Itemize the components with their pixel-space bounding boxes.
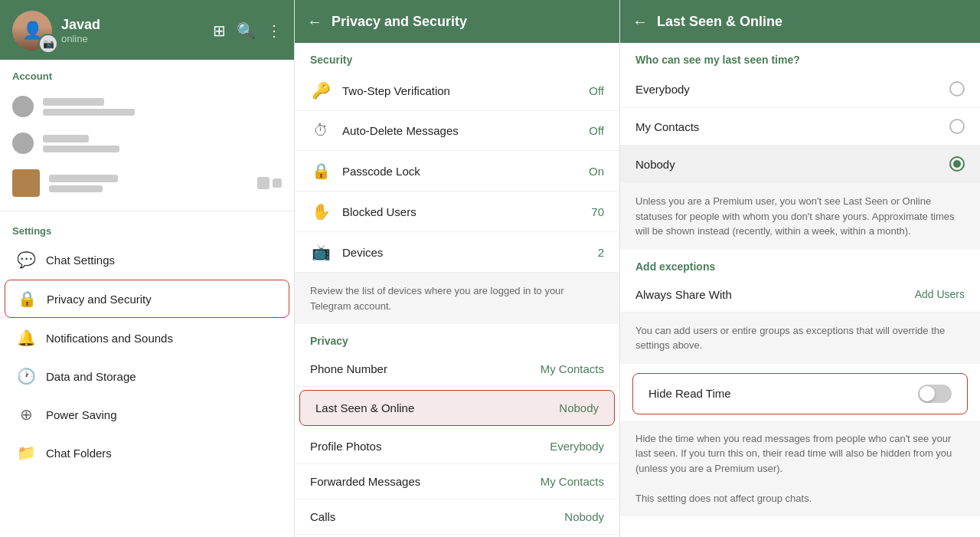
- add-users-button[interactable]: Add Users: [915, 288, 965, 300]
- settings-label: Settings: [0, 214, 294, 240]
- radio-row-my-contacts[interactable]: My Contacts: [620, 108, 980, 146]
- exceptions-label: Add exceptions: [620, 250, 980, 277]
- left-panel: 👤 📷 Javad online ⊞ 🔍 ⋮ Account: [0, 0, 295, 537]
- middle-panel: ← Privacy and Security Security 🔑 Two-St…: [295, 0, 620, 537]
- profile-photos-value: Everybody: [550, 440, 604, 453]
- radio-row-nobody[interactable]: Nobody: [620, 146, 980, 183]
- privacy-row-profile-photos[interactable]: Profile Photos Everybody: [295, 429, 619, 464]
- hide-read-label: Hide Read Time: [648, 387, 918, 400]
- passcode-value: On: [589, 165, 604, 178]
- toggle-knob: [920, 386, 935, 401]
- account-badge-3b: [273, 178, 282, 188]
- devices-icon: 📺: [310, 243, 332, 261]
- account-items: [0, 85, 294, 208]
- account-item-1[interactable]: [0, 88, 294, 125]
- account-text-2b: [43, 146, 119, 152]
- chat-settings-icon: 💬: [17, 250, 35, 269]
- notifications-icon: 🔔: [17, 329, 35, 347]
- sidebar-item-label-notifications: Notifications and Sounds: [46, 332, 173, 345]
- middle-title: Privacy and Security: [332, 14, 467, 30]
- nobody-info: Unless you are a Premium user, you won't…: [620, 183, 980, 250]
- avatar[interactable]: 👤 📷: [12, 11, 52, 51]
- radio-inner-nobody: [953, 160, 961, 168]
- sidebar-item-data-storage[interactable]: 🕐 Data and Storage: [5, 358, 289, 395]
- security-row-devices[interactable]: 📺 Devices 2: [295, 232, 619, 273]
- grid-icon[interactable]: ⊞: [213, 21, 226, 40]
- who-label: Who can see my last seen time?: [620, 43, 980, 70]
- passcode-icon: 🔒: [310, 162, 332, 180]
- blocked-value: 70: [591, 205, 604, 218]
- more-icon[interactable]: ⋮: [266, 21, 282, 40]
- calls-label: Calls: [310, 510, 554, 523]
- header-icons: ⊞ 🔍 ⋮: [213, 21, 282, 40]
- radio-btn-my-contacts[interactable]: [949, 119, 965, 134]
- security-row-blocked[interactable]: ✋ Blocked Users 70: [295, 192, 619, 232]
- blocked-label: Blocked Users: [342, 205, 580, 218]
- passcode-label: Passcode Lock: [342, 165, 578, 178]
- radio-btn-nobody[interactable]: [949, 156, 965, 172]
- account-text-1b: [43, 109, 135, 116]
- two-step-icon: 🔑: [310, 81, 332, 100]
- phone-number-value: My Contacts: [541, 362, 604, 375]
- always-share-label: Always Share With: [635, 288, 915, 301]
- two-step-value: Off: [589, 84, 604, 97]
- sidebar-item-power-saving[interactable]: ⊕ Power Saving: [5, 396, 289, 433]
- left-content: Account: [0, 60, 294, 537]
- privacy-row-phone-number[interactable]: Phone Number My Contacts: [295, 352, 619, 387]
- add-users-info: You can add users or entire groups as ex…: [620, 313, 980, 364]
- privacy-row-forwarded-messages[interactable]: Forwarded Messages My Contacts: [295, 464, 619, 499]
- auto-delete-label: Auto-Delete Messages: [342, 124, 578, 137]
- hide-read-toggle[interactable]: [918, 385, 952, 403]
- radio-row-everybody[interactable]: Everybody: [620, 70, 980, 108]
- phone-number-label: Phone Number: [310, 362, 530, 375]
- privacy-security-icon: 🔒: [18, 290, 36, 308]
- auto-delete-value: Off: [589, 124, 604, 137]
- forwarded-messages-value: My Contacts: [541, 475, 604, 488]
- last-seen-label: Last Seen & Online: [315, 401, 548, 414]
- account-item-3[interactable]: [0, 162, 294, 205]
- power-saving-icon: ⊕: [17, 405, 35, 424]
- middle-back-button[interactable]: ←: [307, 13, 322, 31]
- account-text-3a: [49, 175, 118, 182]
- right-back-button[interactable]: ←: [632, 13, 648, 31]
- two-step-label: Two-Step Verification: [342, 84, 578, 97]
- middle-content: Security 🔑 Two-Step Verification Off ⏱ A…: [295, 43, 619, 537]
- account-avatar-3: [12, 169, 40, 197]
- user-status: online: [61, 33, 100, 44]
- sidebar-item-notifications[interactable]: 🔔 Notifications and Sounds: [5, 319, 289, 356]
- blocked-icon: ✋: [310, 202, 332, 221]
- account-item-2[interactable]: [0, 125, 294, 162]
- account-text-3b: [49, 185, 103, 192]
- hide-read-info: Hide the time when you read messages fro…: [620, 421, 980, 517]
- account-icon-1: [12, 96, 34, 117]
- devices-value: 2: [598, 246, 604, 259]
- devices-label: Devices: [342, 246, 587, 259]
- last-seen-value: Nobody: [559, 401, 599, 414]
- privacy-row-last-seen[interactable]: Last Seen & Online Nobody: [299, 390, 615, 426]
- radio-label-my-contacts: My Contacts: [635, 120, 949, 133]
- security-row-auto-delete[interactable]: ⏱ Auto-Delete Messages Off: [295, 111, 619, 151]
- hide-read-time-row[interactable]: Hide Read Time: [632, 373, 968, 414]
- camera-badge-icon[interactable]: 📷: [38, 34, 58, 54]
- middle-header: ← Privacy and Security: [295, 0, 619, 43]
- account-text-1a: [43, 98, 104, 106]
- radio-btn-everybody[interactable]: [949, 81, 965, 97]
- profile-photos-label: Profile Photos: [310, 440, 539, 453]
- right-content: Who can see my last seen time? Everybody…: [620, 43, 980, 537]
- sidebar-item-privacy-security[interactable]: 🔒 Privacy and Security: [5, 280, 289, 318]
- radio-label-everybody: Everybody: [635, 83, 949, 96]
- account-text-2a: [43, 135, 89, 142]
- sidebar-item-label-data-storage: Data and Storage: [46, 370, 136, 383]
- sidebar-item-label-chat-folders: Chat Folders: [46, 447, 112, 460]
- privacy-row-calls[interactable]: Calls Nobody: [295, 499, 619, 535]
- right-title: Last Seen & Online: [657, 14, 782, 30]
- sidebar-item-chat-settings[interactable]: 💬 Chat Settings: [5, 241, 289, 278]
- sidebar-item-chat-folders[interactable]: 📁 Chat Folders: [5, 434, 289, 471]
- sidebar-item-label-privacy-security: Privacy and Security: [47, 293, 152, 306]
- search-icon[interactable]: 🔍: [237, 21, 256, 40]
- security-items: 🔑 Two-Step Verification Off ⏱ Auto-Delet…: [295, 70, 619, 273]
- left-header: 👤 📷 Javad online ⊞ 🔍 ⋮: [0, 0, 294, 60]
- divider-1: [0, 211, 294, 211]
- security-row-passcode[interactable]: 🔒 Passcode Lock On: [295, 151, 619, 192]
- security-row-two-step[interactable]: 🔑 Two-Step Verification Off: [295, 70, 619, 111]
